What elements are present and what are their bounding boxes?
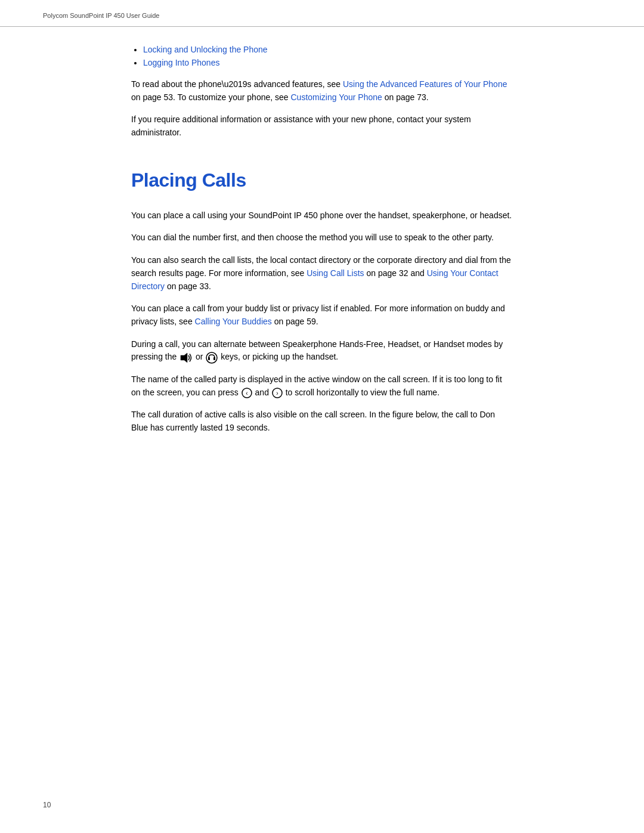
page-header: Polycom SoundPoint IP 450 User Guide: [0, 0, 644, 27]
page: Polycom SoundPoint IP 450 User Guide Loc…: [0, 0, 644, 833]
bullet-list: Locking and Unlocking the Phone Logging …: [131, 45, 513, 67]
paragraph-b: You can dial the number first, and then …: [131, 231, 513, 244]
para-d-after: on page 59.: [272, 317, 318, 326]
svg-point-1: [206, 352, 217, 363]
list-item-2: Logging Into Phones: [143, 58, 513, 67]
svg-text:›: ›: [276, 390, 278, 397]
para1-after: on page 73.: [382, 92, 429, 102]
paragraph-a: You can place a call using your SoundPoi…: [131, 209, 513, 222]
paragraph-c: You can also search the call lists, the …: [131, 254, 513, 293]
link-call-lists[interactable]: Using Call Lists: [306, 268, 364, 278]
paragraph-g: The call duration of active calls is als…: [131, 408, 513, 434]
header-title: Polycom SoundPoint IP 450 User Guide: [43, 12, 159, 19]
para-e-after: keys, or picking up the handset.: [221, 352, 338, 361]
headset-icon: [206, 352, 218, 364]
paragraph-additional-info: If you require additional information or…: [131, 113, 513, 139]
list-item-1: Locking and Unlocking the Phone: [143, 45, 513, 54]
arrow-left-icon: ‹: [242, 388, 252, 398]
svg-marker-0: [181, 353, 187, 363]
para-c-middle: on page 32 and: [364, 268, 427, 278]
para-f-and: and: [255, 388, 271, 397]
speaker-icon: [179, 352, 193, 363]
link-advanced-features[interactable]: Using the Advanced Features of Your Phon…: [343, 79, 507, 89]
para-f-after: to scroll horizontally to view the full …: [286, 388, 439, 397]
link-logging[interactable]: Logging Into Phones: [143, 58, 219, 67]
para1-middle: on page 53. To customize your phone, see: [131, 92, 290, 102]
section-title-placing-calls: Placing Calls: [131, 169, 513, 191]
paragraph-f: The name of the called party is displaye…: [131, 373, 513, 399]
svg-text:‹: ‹: [246, 390, 247, 397]
para-e-or: or: [196, 352, 205, 361]
svg-rect-2: [208, 357, 210, 360]
page-footer: 10: [43, 801, 51, 809]
paragraph-d: You can place a call from your buddy lis…: [131, 302, 513, 328]
paragraph-advanced-features: To read about the phone\u2019s advanced …: [131, 78, 513, 104]
paragraph-e: During a call, you can alternate between…: [131, 338, 513, 364]
link-calling-buddies[interactable]: Calling Your Buddies: [195, 317, 272, 326]
page-number: 10: [43, 801, 51, 809]
para-c-after: on page 33.: [165, 281, 211, 291]
link-customizing[interactable]: Customizing Your Phone: [290, 92, 382, 102]
link-locking[interactable]: Locking and Unlocking the Phone: [143, 45, 268, 54]
svg-rect-3: [213, 357, 215, 360]
arrow-right-icon: ›: [272, 388, 283, 398]
main-content: Locking and Unlocking the Phone Logging …: [0, 27, 644, 480]
para1-before: To read about the phone\u2019s advanced …: [131, 79, 343, 89]
